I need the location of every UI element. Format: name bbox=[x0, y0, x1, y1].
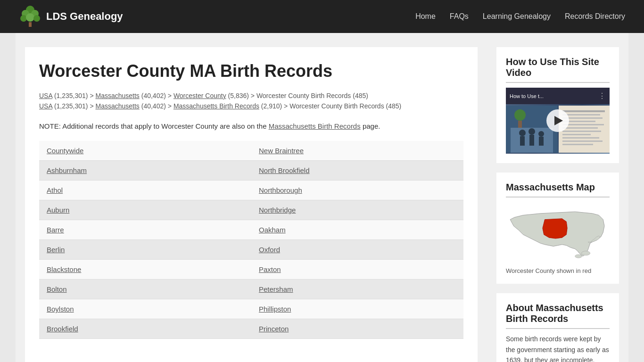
breadcrumb-ma-count-1: (40,402) bbox=[141, 92, 166, 99]
table-cell-col2: Phillipston bbox=[251, 299, 463, 319]
records-table: CountywideNew BraintreeAshburnhamNorth B… bbox=[39, 141, 463, 339]
svg-rect-23 bbox=[562, 127, 598, 129]
breadcrumb-wc[interactable]: Worcester County bbox=[173, 92, 226, 99]
main-content: Worcester County MA Birth Records USA (1… bbox=[25, 47, 478, 362]
table-cell-col2: Oakham bbox=[251, 220, 463, 240]
video-menu-icon: ⋮ bbox=[598, 91, 606, 100]
breadcrumb-ma-2[interactable]: Massachusetts bbox=[95, 102, 139, 110]
svg-rect-19 bbox=[562, 114, 600, 115]
note-text: NOTE: Additional records that apply to W… bbox=[39, 122, 266, 130]
svg-rect-27 bbox=[562, 140, 603, 142]
page-wrapper: Worcester County MA Birth Records USA (1… bbox=[16, 33, 628, 362]
table-cell-col1: Barre bbox=[39, 220, 251, 240]
breadcrumb-mabr[interactable]: Massachusetts Birth Records bbox=[173, 102, 259, 110]
table-cell-col2: North Brookfield bbox=[251, 161, 463, 181]
svg-point-11 bbox=[519, 130, 526, 136]
svg-point-3 bbox=[20, 15, 27, 22]
svg-rect-28 bbox=[562, 144, 593, 145]
table-link-col1[interactable]: Berlin bbox=[47, 246, 65, 254]
table-cell-col1: Ashburnham bbox=[39, 161, 251, 181]
sidebar: How to Use This Site Video How to Use t.… bbox=[496, 47, 619, 362]
table-cell-col1: Blackstone bbox=[39, 260, 251, 280]
svg-point-30 bbox=[575, 255, 582, 258]
svg-rect-17 bbox=[559, 106, 610, 153]
note-end: page. bbox=[363, 122, 380, 130]
table-cell-col2: Northbridge bbox=[251, 200, 463, 220]
table-cell-col1: Athol bbox=[39, 181, 251, 200]
breadcrumb-ma-1[interactable]: Massachusetts bbox=[95, 92, 139, 99]
map-caption: Worcester County shown in red bbox=[506, 267, 610, 274]
breadcrumb-line1: USA (1,235,301) > Massachusetts (40,402)… bbox=[39, 90, 463, 101]
table-link-col2[interactable]: Phillipston bbox=[259, 305, 291, 313]
site-logo-text: LDS Genealogy bbox=[46, 10, 123, 23]
svg-point-15 bbox=[538, 131, 544, 137]
svg-rect-18 bbox=[562, 110, 605, 112]
table-link-col1[interactable]: Athol bbox=[47, 186, 63, 194]
table-link-col1[interactable]: Countywide bbox=[47, 147, 83, 155]
svg-rect-16 bbox=[539, 137, 544, 146]
table-link-col1[interactable]: Brookfield bbox=[47, 325, 78, 333]
table-link-col1[interactable]: Barre bbox=[47, 226, 64, 234]
table-row: CountywideNew Braintree bbox=[39, 141, 463, 161]
play-button[interactable] bbox=[546, 109, 569, 132]
about-section: About Massachusetts Birth Records Some b… bbox=[496, 293, 619, 362]
breadcrumb-usa-2[interactable]: USA bbox=[39, 102, 52, 110]
table-link-col2[interactable]: Northborough bbox=[259, 186, 302, 194]
video-thumbnail[interactable]: How to Use t... ⋮ bbox=[506, 88, 610, 154]
breadcrumb-wc-birth-2: Worcester County Birth Records (485) bbox=[289, 102, 401, 110]
svg-rect-9 bbox=[518, 121, 522, 128]
about-text: Some birth records were kept by the gove… bbox=[506, 334, 610, 362]
note-link[interactable]: Massachusetts Birth Records bbox=[269, 122, 361, 130]
table-row: BoylstonPhillipston bbox=[39, 299, 463, 319]
table-link-col2[interactable]: New Braintree bbox=[259, 147, 304, 155]
table-row: BoltonPetersham bbox=[39, 280, 463, 299]
svg-point-13 bbox=[528, 128, 535, 135]
map-container: Worcester County shown in red bbox=[506, 202, 610, 274]
video-top-label: How to Use t... bbox=[510, 93, 544, 99]
table-cell-col2: Northborough bbox=[251, 181, 463, 200]
table-cell-col2: Oxford bbox=[251, 240, 463, 260]
svg-rect-12 bbox=[520, 136, 525, 146]
table-link-col1[interactable]: Boylston bbox=[47, 305, 74, 313]
nav-records[interactable]: Records Directory bbox=[565, 12, 625, 21]
ma-state bbox=[510, 212, 604, 258]
table-row: BerlinOxford bbox=[39, 240, 463, 260]
table-link-col2[interactable]: North Brookfield bbox=[259, 166, 310, 174]
logo-area: LDS Genealogy bbox=[19, 5, 123, 28]
nav-home[interactable]: Home bbox=[415, 12, 436, 21]
svg-point-29 bbox=[581, 251, 590, 255]
breadcrumb-wc-count: (5,836) bbox=[228, 92, 249, 99]
tree-icon bbox=[19, 5, 41, 28]
table-cell-col1: Brookfield bbox=[39, 319, 251, 339]
table-cell-col1: Berlin bbox=[39, 240, 251, 260]
table-link-col1[interactable]: Blackstone bbox=[47, 265, 81, 273]
note-paragraph: NOTE: Additional records that apply to W… bbox=[39, 121, 463, 132]
table-link-col2[interactable]: Northbridge bbox=[259, 206, 296, 214]
table-link-col2[interactable]: Paxton bbox=[259, 265, 281, 273]
table-link-col1[interactable]: Auburn bbox=[47, 206, 69, 214]
breadcrumb-wc-birth: Worcester County Birth Records (485) bbox=[256, 92, 368, 99]
svg-rect-6 bbox=[29, 22, 32, 27]
about-section-title: About Massachusetts Birth Records bbox=[506, 303, 610, 329]
table-link-col1[interactable]: Bolton bbox=[47, 285, 67, 293]
table-link-col2[interactable]: Oxford bbox=[259, 246, 280, 254]
table-row: BlackstonePaxton bbox=[39, 260, 463, 280]
table-cell-col1: Auburn bbox=[39, 200, 251, 220]
table-link-col2[interactable]: Oakham bbox=[259, 226, 286, 234]
svg-rect-24 bbox=[562, 131, 601, 132]
site-header: LDS Genealogy Home FAQs Learning Genealo… bbox=[0, 0, 644, 33]
nav-faqs[interactable]: FAQs bbox=[450, 12, 469, 21]
svg-rect-26 bbox=[562, 137, 599, 139]
table-link-col2[interactable]: Petersham bbox=[259, 285, 293, 293]
svg-rect-14 bbox=[529, 135, 534, 146]
nav-learning[interactable]: Learning Genealogy bbox=[483, 12, 551, 21]
table-link-col2[interactable]: Princeton bbox=[259, 325, 289, 333]
svg-rect-25 bbox=[562, 134, 591, 135]
breadcrumb-usa-1[interactable]: USA bbox=[39, 92, 52, 99]
table-row: AtholNorthborough bbox=[39, 181, 463, 200]
table-row: BarreOakham bbox=[39, 220, 463, 240]
massachusetts-map bbox=[506, 202, 610, 263]
table-link-col1[interactable]: Ashburnham bbox=[47, 166, 87, 174]
page-title: Worcester County MA Birth Records bbox=[39, 61, 463, 81]
video-top-bar: How to Use t... ⋮ bbox=[506, 88, 610, 104]
